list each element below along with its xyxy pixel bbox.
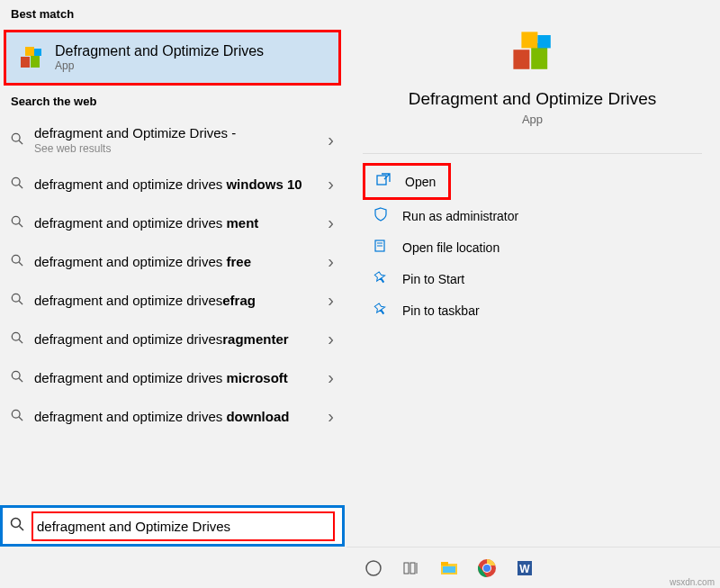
search-icon xyxy=(11,331,27,347)
chevron-right-icon: › xyxy=(328,367,334,388)
search-icon xyxy=(11,176,27,192)
svg-point-14 xyxy=(12,332,20,340)
svg-rect-22 xyxy=(513,50,529,69)
taskbar: W xyxy=(346,547,720,588)
chevron-right-icon: › xyxy=(328,251,334,272)
search-icon xyxy=(11,254,27,269)
svg-point-30 xyxy=(366,561,381,575)
web-results-list: defragment and Optimize Drives -See web … xyxy=(0,115,345,505)
web-result-item[interactable]: defragment and optimize drives download› xyxy=(0,397,345,436)
best-match-item[interactable]: Defragment and Optimize Drives App xyxy=(4,30,341,86)
svg-rect-24 xyxy=(521,32,537,48)
open-action[interactable]: Open xyxy=(365,166,448,197)
svg-rect-35 xyxy=(441,562,448,565)
svg-rect-36 xyxy=(443,566,455,573)
pin-start-action[interactable]: Pin to Start xyxy=(363,263,702,294)
chevron-right-icon: › xyxy=(328,329,334,349)
svg-point-18 xyxy=(12,410,20,418)
web-result-text: defragment and optimize drives windows 1… xyxy=(27,176,328,194)
svg-point-4 xyxy=(12,133,20,141)
web-result-text: defragment and optimize drives ment xyxy=(27,214,328,232)
detail-panel: Defragment and Optimize Drives App Open … xyxy=(345,0,720,547)
word-icon[interactable]: W xyxy=(514,557,536,579)
web-result-text: defragment and optimize drivesefrag xyxy=(27,292,328,310)
search-results-panel: Best match Defragment and Optimize Drive… xyxy=(0,0,345,547)
chevron-right-icon: › xyxy=(328,406,334,427)
task-view-icon[interactable] xyxy=(400,557,422,579)
svg-point-6 xyxy=(12,177,20,185)
svg-text:W: W xyxy=(519,563,530,575)
svg-line-15 xyxy=(19,339,22,343)
svg-line-13 xyxy=(19,301,22,304)
svg-rect-2 xyxy=(25,47,34,56)
svg-line-17 xyxy=(19,378,22,382)
pin-start-label: Pin to Start xyxy=(402,272,464,286)
svg-line-5 xyxy=(19,140,22,144)
chevron-right-icon: › xyxy=(328,130,334,150)
open-location-action[interactable]: Open file location xyxy=(363,231,702,263)
svg-point-39 xyxy=(483,565,490,572)
web-result-item[interactable]: defragment and optimize drivesefrag› xyxy=(0,281,345,320)
defrag-app-icon xyxy=(17,43,46,72)
run-admin-label: Run as administrator xyxy=(402,209,518,223)
explorer-icon[interactable] xyxy=(438,557,460,579)
web-result-item[interactable]: defragment and optimize drives free› xyxy=(0,242,345,281)
web-result-text: defragment and optimize drives download xyxy=(27,408,328,426)
svg-point-8 xyxy=(12,216,20,224)
best-match-title: Defragment and Optimize Drives xyxy=(55,43,264,59)
best-match-sub: App xyxy=(55,59,264,72)
web-result-item[interactable]: defragment and Optimize Drives -See web … xyxy=(0,115,345,165)
search-web-header: Search the web xyxy=(0,87,345,115)
pin-taskbar-label: Pin to taskbar xyxy=(402,303,480,318)
svg-point-20 xyxy=(12,519,21,528)
pin-taskbar-action[interactable]: Pin to taskbar xyxy=(363,294,702,326)
search-icon xyxy=(11,370,27,385)
svg-rect-3 xyxy=(34,49,41,56)
search-icon xyxy=(11,409,27,424)
svg-point-12 xyxy=(12,294,20,302)
detail-app-icon xyxy=(363,27,702,78)
search-icon xyxy=(11,132,27,148)
web-result-text: defragment and Optimize Drives -See web … xyxy=(27,124,328,156)
svg-line-21 xyxy=(20,527,24,531)
search-input[interactable] xyxy=(32,511,335,541)
svg-rect-31 xyxy=(404,563,409,574)
svg-point-16 xyxy=(12,371,20,379)
pin-icon xyxy=(374,270,392,287)
web-result-item[interactable]: defragment and optimize drives windows 1… xyxy=(0,165,345,204)
detail-sub: App xyxy=(363,113,702,126)
svg-point-10 xyxy=(12,255,20,263)
actions-list: Open Run as administrator Open file loca… xyxy=(363,153,702,326)
cortana-icon[interactable] xyxy=(363,557,384,579)
web-result-item[interactable]: defragment and optimize drivesragmenter› xyxy=(0,320,345,358)
watermark: wsxdn.com xyxy=(670,577,715,587)
web-result-text: defragment and optimize drives microsoft xyxy=(27,369,328,387)
run-admin-action[interactable]: Run as administrator xyxy=(363,200,702,231)
open-location-label: Open file location xyxy=(402,240,500,255)
chevron-right-icon: › xyxy=(328,213,334,233)
chevron-right-icon: › xyxy=(328,174,334,194)
web-result-item[interactable]: defragment and optimize drives ment› xyxy=(0,204,345,242)
folder-icon xyxy=(374,239,392,256)
svg-line-11 xyxy=(19,262,22,266)
web-result-text: defragment and optimize drivesragmenter xyxy=(27,330,328,348)
web-result-item[interactable]: defragment and optimize drives microsoft… xyxy=(0,358,345,397)
search-box[interactable] xyxy=(0,505,345,547)
detail-title: Defragment and Optimize Drives xyxy=(363,89,702,109)
open-label: Open xyxy=(405,175,436,189)
web-result-text: defragment and optimize drives free xyxy=(27,253,328,271)
open-icon xyxy=(376,173,394,190)
shield-icon xyxy=(374,207,392,224)
chrome-icon[interactable] xyxy=(476,557,498,579)
svg-rect-0 xyxy=(21,57,30,68)
pin-icon xyxy=(374,302,392,319)
best-match-header: Best match xyxy=(0,0,345,28)
svg-line-19 xyxy=(19,417,22,421)
search-icon xyxy=(11,215,27,231)
search-icon xyxy=(10,517,26,535)
svg-rect-25 xyxy=(537,35,550,48)
svg-line-7 xyxy=(19,185,22,188)
svg-line-9 xyxy=(19,223,22,227)
svg-rect-32 xyxy=(410,563,415,574)
search-icon xyxy=(11,293,27,308)
